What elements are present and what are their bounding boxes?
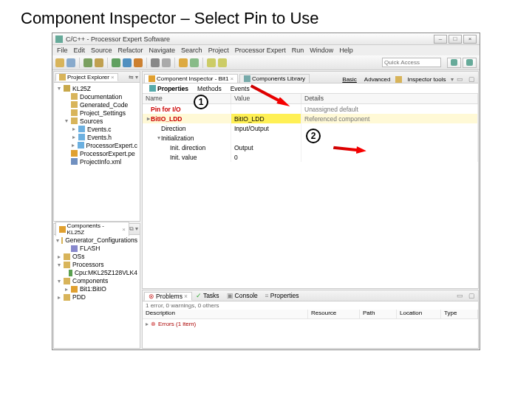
panel-min-max[interactable]: ▭ ▢ [457,292,477,299]
search-icon[interactable] [179,58,188,67]
chevron-down-icon[interactable]: ▾ [451,76,454,83]
menu-icon[interactable]: ▾ [135,74,138,81]
menu-navigate[interactable]: Navigate [149,47,176,54]
close-icon[interactable]: × [230,75,233,82]
menu-help[interactable]: Help [339,47,353,54]
build-icon[interactable] [83,58,92,67]
inspector-icon [149,75,155,82]
hammer-icon[interactable] [95,58,103,67]
component-icon [59,226,66,233]
folder-icon [59,74,66,81]
tree-item[interactable]: Generated_Code [56,100,137,109]
nav-back-icon[interactable] [207,58,216,67]
component-inspector-panel: Component Inspector - Bit1 × Components … [142,71,479,289]
tree-item[interactable]: ▾Processors [56,261,137,269]
task-icon[interactable] [190,58,199,67]
project-tree[interactable]: ▾KL25ZDocumentationGenerated_CodeProject… [54,83,140,221]
window-titlebar: C/C++ - Processor Expert Software – □ × [52,33,480,45]
collapse-icon[interactable]: ⇆ [129,74,134,81]
components-library-tab[interactable]: Components Library [239,74,310,83]
property-row[interactable]: Init. directionOutput [143,143,478,152]
menu-run[interactable]: Run [292,47,304,54]
save-icon[interactable] [66,58,75,67]
perspective-cpp[interactable] [463,58,477,68]
col-name[interactable]: Name [143,94,231,103]
error-icon: ⊗ [151,321,156,327]
quick-access-input[interactable] [382,58,441,67]
properties-tab[interactable]: ≡Properties [262,292,303,299]
error-group-row[interactable]: ▸ ⊗ Errors (1 item) [143,319,478,328]
tree-item[interactable]: ▾Components [56,277,137,285]
tree-item[interactable]: ▸ProcessorExpert.c [56,141,137,149]
close-icon[interactable]: × [111,74,115,81]
component-inspector-tab[interactable]: Component Inspector - Bit1 × [144,74,238,83]
minimize-button[interactable]: – [434,35,447,44]
problems-summary: 1 error, 0 warnings, 0 others [143,301,478,310]
menu-refactor[interactable]: Refactor [118,47,143,54]
project-explorer-panel: Project Explorer × ⇆ ▾ ▾KL25ZDocumentati… [53,71,140,222]
menu-edit[interactable]: Edit [74,47,86,54]
components-tree[interactable]: ▾Generator_ConfigurationsFLASH▸OSs▾Proce… [54,235,140,348]
properties-icon [149,85,156,92]
new-icon[interactable] [55,58,64,67]
run-icon[interactable] [112,58,120,67]
tree-item[interactable]: ▸Events.c [56,125,137,133]
close-icon[interactable]: × [184,293,188,300]
project-explorer-tab[interactable]: Project Explorer × [55,73,118,81]
tree-item[interactable]: Project_Settings [56,109,137,117]
mode-tools[interactable]: Inspector tools [405,76,448,83]
slide-title: Component Inspector – Select Pin to Use [0,0,532,33]
menu-icon[interactable]: ▾ [135,225,138,233]
external-icon[interactable] [134,58,143,67]
debug-icon[interactable] [123,58,132,67]
tree-item[interactable]: ▸OSs [56,253,137,261]
menu-search[interactable]: Search [181,47,202,54]
property-row[interactable]: Pin for I/OUnassigned default [143,104,478,114]
maximize-button[interactable]: □ [449,35,462,44]
components-panel: Components - KL25Z × ⧉ ▾ ▾Generator_Conf… [53,223,140,349]
close-icon[interactable]: × [122,226,126,233]
menu-project[interactable]: Project [208,47,229,54]
ide-window: C/C++ - Processor Expert Software – □ × … [52,33,480,350]
menu-processor-expert[interactable]: Processor Expert [235,47,286,54]
menubar: File Edit Source Refactor Navigate Searc… [52,45,480,55]
tree-item[interactable]: ProjectInfo.xml [56,157,137,166]
tree-item[interactable]: ProcessorExpert.pe [56,149,137,157]
col-value[interactable]: Value [231,94,301,103]
problems-panel: ⊗Problems × ✓Tasks ▣Console ≡Properties … [142,290,479,349]
subtab-methods[interactable]: Methods [194,85,225,92]
tools-icon [395,76,402,83]
problems-header: Description Resource Path Location Type [143,310,478,319]
tree-item[interactable]: ▾Generator_Configurations [56,236,137,245]
tree-item[interactable]: Documentation [56,92,137,100]
tree-item[interactable]: Cpu:MKL25Z128VLK4 [56,269,137,277]
mode-advanced[interactable]: Advanced [362,76,393,83]
subtab-properties[interactable]: Properties [146,85,192,92]
perspective-button[interactable] [447,58,461,68]
tasks-tab[interactable]: ✓Tasks [192,292,223,299]
panel-min-max[interactable]: ▭ ▢ [457,75,477,83]
tree-item[interactable]: ▸Bit1:BitIO [56,285,137,293]
filter-icon[interactable]: ⧉ [129,225,134,233]
tree-item[interactable]: ▾KL25Z [56,84,137,92]
mode-basic[interactable]: Basic [340,76,359,83]
tree-item[interactable]: ▸Events.h [56,133,137,141]
menu-file[interactable]: File [57,47,68,54]
nav-fwd-icon[interactable] [218,58,227,67]
subtab-events[interactable]: Events [227,85,253,92]
tree-item[interactable]: ▾Sources [56,117,137,125]
property-row[interactable]: ▸BitIO_LDDBitIO_LDDReferenced component [143,114,478,123]
menu-source[interactable]: Source [91,47,112,54]
tree-item[interactable]: FLASH [56,245,137,253]
close-button[interactable]: × [463,35,477,44]
library-icon [244,75,250,82]
property-row[interactable]: Init. value0 [143,152,478,162]
generate-icon[interactable] [151,58,160,67]
problems-tab[interactable]: ⊗Problems × [144,292,192,301]
window-title: C/C++ - Processor Expert Software [66,35,434,43]
open-type-icon[interactable] [162,58,171,67]
col-details: Details [301,94,478,103]
menu-window[interactable]: Window [310,47,333,54]
tree-item[interactable]: ▸PDD [56,293,137,301]
console-tab[interactable]: ▣Console [223,292,262,299]
